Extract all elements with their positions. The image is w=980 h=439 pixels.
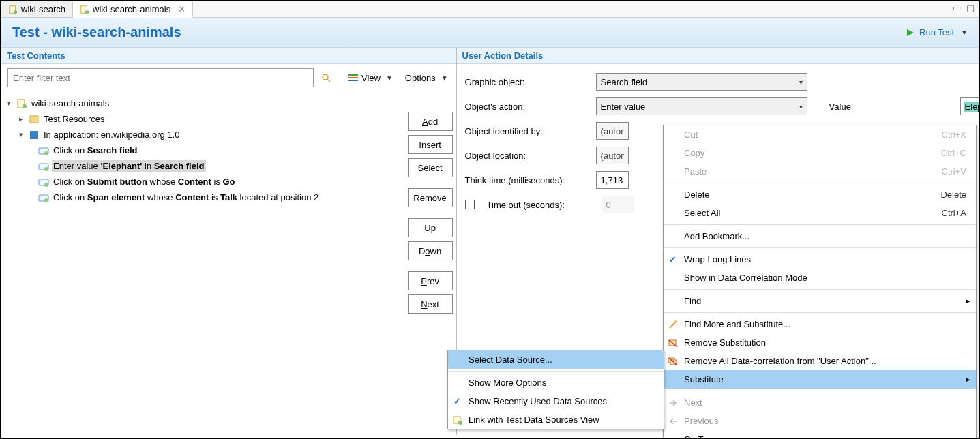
tree-step[interactable]: Click on Span element whose Content is T…	[4, 190, 402, 205]
svg-point-5	[323, 74, 328, 80]
tree-app[interactable]: ▾ In application: en.wikipedia.org 1.0	[4, 127, 402, 142]
tree-step[interactable]: Click on Search field	[4, 142, 402, 158]
maximize-icon[interactable]: ▢	[966, 3, 975, 13]
value-label: Value:	[829, 102, 952, 112]
next-button[interactable]: Next	[408, 294, 453, 314]
tab-bar: wiki-search wiki-search-animals ✕ ▭ ▢	[1, 1, 979, 18]
tree-root[interactable]: ▾ wiki-search-animals	[4, 95, 402, 111]
user-action-details-header: User Action Details	[457, 48, 980, 64]
page-title: Test - wiki-search-animals	[12, 25, 181, 40]
timeout-label: Time out (seconds):	[487, 200, 593, 210]
menu-add-bookmark[interactable]: Add Bookmark...	[664, 227, 976, 245]
add-button[interactable]: AAdddd	[408, 112, 453, 131]
menu-delete[interactable]: DeleteDelete	[664, 185, 976, 204]
menu-previous: Previous	[664, 412, 976, 430]
value-input[interactable]: Elephant	[960, 97, 980, 115]
remove-sub-icon	[668, 337, 679, 348]
run-icon	[906, 28, 915, 37]
tree-label: Click on Span element whose Content is T…	[52, 192, 320, 203]
object-location-label: Object location:	[465, 151, 588, 161]
options-dropdown[interactable]: Options ▼	[402, 72, 451, 85]
down-button[interactable]: Down	[408, 241, 453, 260]
chevron-down-icon: ▼	[441, 74, 448, 82]
svg-point-1	[14, 10, 17, 13]
object-action-label: Object's action:	[465, 102, 588, 112]
next-icon	[668, 397, 679, 408]
expand-icon[interactable]: ▸	[16, 115, 26, 123]
object-identified-input[interactable]	[596, 122, 629, 140]
click-icon	[38, 192, 49, 203]
tree-resources[interactable]: ▸ Test Resources	[4, 111, 402, 127]
menu-show-correlation[interactable]: Show in Data Correlation Mode	[664, 269, 976, 287]
graphic-object-select[interactable]: Search field	[596, 73, 807, 91]
view-dropdown[interactable]: View ▼	[345, 71, 396, 85]
collapse-icon[interactable]: ▾	[16, 130, 26, 139]
context-menu: CutCtrl+X CopyCtrl+C PasteCtrl+V DeleteD…	[663, 125, 977, 439]
submenu-show-more-options[interactable]: Show More Options	[448, 374, 664, 392]
collapse-icon[interactable]: ▾	[4, 99, 14, 108]
filter-icon[interactable]	[321, 72, 331, 83]
svg-point-3	[85, 10, 89, 13]
svg-rect-7	[348, 74, 358, 76]
svg-point-23	[674, 320, 677, 323]
test-contents-panel: Test Contents View ▼ Options ▼ ▾	[1, 48, 457, 435]
options-label: Options	[405, 73, 436, 83]
menu-find-more[interactable]: Find More and Substitute...	[664, 315, 976, 333]
close-icon[interactable]: ✕	[178, 4, 185, 14]
menu-cut: CutCtrl+X	[664, 125, 976, 144]
timeout-checkbox[interactable]	[465, 200, 475, 209]
wand-icon	[668, 319, 679, 330]
submenu-link-view[interactable]: Link with Test Data Sources View	[448, 410, 664, 429]
tree-label: Click on Submit button whose Content is …	[52, 176, 237, 187]
test-contents-header: Test Contents	[1, 48, 456, 64]
timeout-input[interactable]	[602, 196, 634, 213]
menu-find[interactable]: Find▸	[664, 292, 976, 310]
check-icon: ✓	[454, 396, 461, 406]
minimize-icon[interactable]: ▭	[953, 3, 961, 13]
submenu-show-recent[interactable]: ✓Show Recently Used Data Sources	[448, 392, 664, 410]
test-file-icon	[8, 5, 18, 14]
filter-input[interactable]	[7, 68, 314, 87]
tree-label: Enter value 'Elephant' in Search field	[52, 160, 206, 172]
click-icon	[38, 145, 49, 156]
chevron-right-icon: ▸	[966, 435, 970, 439]
select-button[interactable]: Select	[408, 158, 453, 177]
test-file-icon	[16, 98, 27, 109]
tree-label: wiki-search-animals	[30, 97, 110, 109]
svg-rect-9	[348, 80, 358, 81]
title-bar: Test - wiki-search-animals Run Test ▼	[1, 18, 979, 48]
svg-rect-8	[348, 77, 358, 78]
chevron-right-icon: ▸	[966, 375, 970, 384]
click-icon	[38, 177, 49, 187]
remove-all-icon	[668, 356, 679, 367]
run-test-button[interactable]: Run Test ▼	[906, 27, 968, 37]
tree-step[interactable]: Click on Submit button whose Content is …	[4, 174, 402, 190]
up-button[interactable]: Up	[408, 218, 453, 237]
svg-point-31	[458, 421, 462, 425]
think-time-input[interactable]	[596, 171, 629, 189]
substitute-submenu: Select Data Source... Show More Options …	[447, 350, 664, 429]
menu-substitute[interactable]: Substitute▸	[664, 370, 976, 389]
menu-remove-all-correlation[interactable]: Remove All Data-correlation from "User A…	[664, 352, 976, 370]
object-location-input[interactable]	[596, 147, 629, 164]
object-action-select[interactable]: Enter value	[596, 97, 807, 115]
chevron-down-icon[interactable]: ▼	[961, 29, 968, 36]
prev-button[interactable]: Prev	[408, 271, 453, 290]
tab-wiki-search-animals[interactable]: wiki-search-animals ✕	[73, 1, 193, 18]
menu-copy: CopyCtrl+C	[664, 144, 976, 162]
tab-wiki-search[interactable]: wiki-search	[1, 1, 73, 17]
menu-wrap-long-lines[interactable]: ✓Wrap Long Lines	[664, 250, 976, 269]
menu-goto[interactable]: Go To▸	[664, 430, 976, 439]
tab-label: wiki-search-animals	[93, 4, 170, 14]
remove-button[interactable]: Remove	[408, 188, 453, 207]
insert-button[interactable]: Insert	[408, 135, 453, 154]
menu-remove-substitution[interactable]: Remove Substitution	[664, 333, 976, 352]
view-label: View	[361, 73, 381, 83]
submenu-select-data-source[interactable]: Select Data Source...	[448, 350, 664, 369]
menu-select-all[interactable]: Select AllCtrl+A	[664, 204, 976, 222]
graphic-object-label: Graphic object:	[465, 77, 588, 87]
tree-step-selected[interactable]: Enter value 'Elephant' in Search field	[4, 158, 402, 174]
link-icon	[452, 414, 463, 425]
test-file-icon	[80, 5, 89, 14]
test-tree[interactable]: ▾ wiki-search-animals ▸ Test Resources ▾…	[1, 91, 404, 435]
